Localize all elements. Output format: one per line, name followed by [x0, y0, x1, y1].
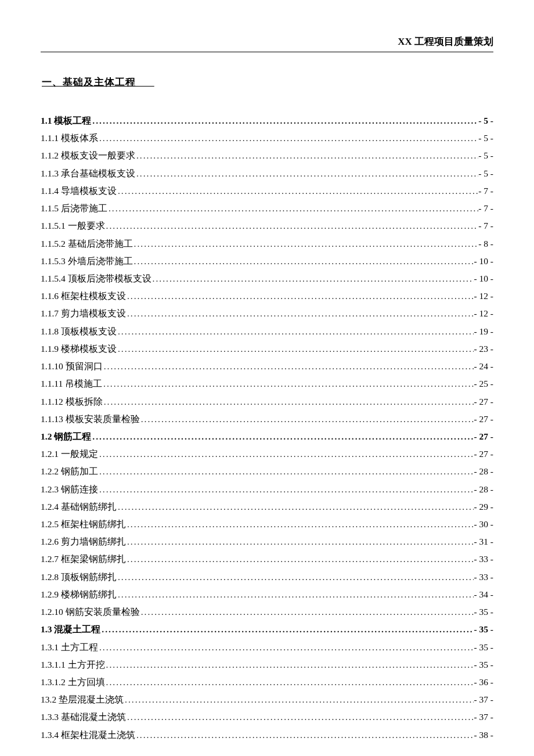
toc-leader-dots: ........................................…	[126, 287, 474, 305]
toc-leader-dots: ........................................…	[105, 674, 474, 691]
toc-entry: 1.3.4 框架柱混凝土浇筑..........................…	[41, 726, 493, 744]
header-title: XX 工程项目质量策划	[398, 36, 493, 47]
toc-entry-label: 1.3 混凝土工程	[41, 621, 100, 638]
toc-entry-page: - 27 -	[474, 411, 493, 428]
toc-entry-page: - 35 -	[474, 639, 493, 656]
toc-entry-page: - 33 -	[474, 568, 493, 586]
toc-entry-label: 1.3.1 土方工程	[41, 639, 98, 656]
toc-entry: 1.1 模板工程................................…	[41, 112, 493, 129]
toc-entry-page: - 7 -	[478, 217, 493, 235]
toc-entry: 1.3.1.2 土方回填............................…	[41, 674, 493, 691]
toc-entry-label: 1.2.10 钢筋安装质量检验	[41, 603, 140, 621]
table-of-contents: 1.1 模板工程................................…	[41, 112, 493, 744]
section-title: 一、基础及主体工程	[41, 75, 493, 89]
toc-leader-dots: ........................................…	[117, 182, 478, 200]
toc-entry-label: 1.2.3 钢筋连接	[41, 481, 98, 498]
toc-entry-label: 1.2.8 顶板钢筋绑扎	[41, 568, 117, 586]
toc-entry-page: - 5 -	[478, 112, 493, 129]
toc-entry-label: 1.1.4 导墙模板支设	[41, 182, 117, 200]
toc-entry-label: 1.3.4 框架柱混凝土浇筑	[41, 726, 135, 744]
toc-entry: 1.1.10 预留洞口.............................…	[41, 358, 493, 375]
toc-entry: 1.1.5.3 外墙后浇带施工.........................…	[41, 253, 493, 270]
toc-entry-label: 1.3.3 基础混凝土浇筑	[41, 708, 126, 726]
toc-entry-label: 1.2.6 剪力墙钢筋绑扎	[41, 533, 126, 550]
toc-entry: 1.1.5.4 顶板后浇带模板支设.......................…	[41, 270, 493, 287]
toc-entry-label: 1.2.9 楼梯钢筋绑扎	[41, 586, 117, 603]
toc-entry-page: - 5 -	[478, 147, 493, 164]
toc-leader-dots: ........................................…	[133, 235, 479, 253]
toc-leader-dots: ........................................…	[117, 323, 474, 340]
toc-entry-label: 1.1.5.3 外墙后浇带施工	[41, 253, 133, 270]
toc-entry-page: - 12 -	[474, 287, 493, 305]
toc-leader-dots: ........................................…	[126, 708, 474, 726]
toc-leader-dots: ........................................…	[135, 165, 478, 182]
toc-entry: 1.3 混凝土工程...............................…	[41, 621, 493, 638]
toc-entry: 1.1.5 后浇带施工.............................…	[41, 200, 493, 217]
toc-leader-dots: ........................................…	[133, 253, 474, 270]
toc-entry-page: - 23 -	[474, 340, 493, 358]
toc-entry: 1.3.3 基础混凝土浇筑...........................…	[41, 708, 493, 726]
toc-entry-label: 1.1.11 吊模施工	[41, 375, 102, 393]
toc-entry-label: 1.1.5.4 顶板后浇带模板支设	[41, 270, 151, 287]
toc-entry-page: - 10 -	[474, 253, 493, 270]
toc-leader-dots: ........................................…	[126, 516, 474, 533]
toc-entry-page: - 37 -	[474, 691, 493, 708]
toc-entry: 1.1.4 导墙模板支设............................…	[41, 182, 493, 200]
toc-entry-label: 1.1.5 后浇带施工	[41, 200, 107, 217]
toc-entry: 1.1.5.1 一般要求............................…	[41, 217, 493, 235]
toc-entry: 1.1.1 模板体系..............................…	[41, 129, 493, 147]
toc-entry-page: - 29 -	[474, 498, 493, 516]
toc-entry-label: 1.1.12 模板拆除	[41, 393, 103, 411]
toc-entry-page: - 36 -	[474, 674, 493, 691]
toc-entry-page: - 7 -	[478, 200, 493, 217]
toc-entry-label: 13.2 垫层混凝土浇筑	[41, 691, 124, 708]
toc-entry: 1.2.8 顶板钢筋绑扎............................…	[41, 568, 493, 586]
toc-entry: 1.2 钢筋工程................................…	[41, 428, 493, 445]
toc-entry-page: - 12 -	[474, 305, 493, 322]
toc-entry-page: - 34 -	[474, 586, 493, 603]
toc-leader-dots: ........................................…	[117, 568, 474, 586]
toc-leader-dots: ........................................…	[124, 691, 474, 708]
toc-entry: 1.1.3 承台基础模板支设..........................…	[41, 165, 493, 182]
toc-leader-dots: ........................................…	[98, 481, 474, 498]
toc-leader-dots: ........................................…	[140, 411, 474, 428]
toc-entry-label: 1.1.1 模板体系	[41, 129, 98, 147]
toc-leader-dots: ........................................…	[126, 305, 474, 322]
toc-entry-label: 1.2.7 框架梁钢筋绑扎	[41, 550, 126, 568]
toc-entry: 1.1.13 模板安装质量检验.........................…	[41, 411, 493, 428]
toc-entry-label: 1.3.1.2 土方回填	[41, 674, 105, 691]
toc-entry-page: - 24 -	[474, 358, 493, 375]
toc-entry-page: - 10 -	[474, 270, 493, 287]
toc-entry-page: - 27 -	[474, 393, 493, 411]
toc-leader-dots: ........................................…	[102, 375, 474, 393]
toc-entry: 1.2.7 框架梁钢筋绑扎...........................…	[41, 550, 493, 568]
toc-entry-label: 1.1.7 剪力墙模板支设	[41, 305, 126, 322]
toc-entry-label: 1.1.5.1 一般要求	[41, 217, 105, 235]
toc-entry: 1.1.7 剪力墙模板支设...........................…	[41, 305, 493, 322]
toc-entry-page: - 35 -	[474, 621, 493, 638]
toc-entry-label: 1.1.2 模板支设一般要求	[41, 147, 135, 164]
toc-entry: 1.1.2 模板支设一般要求..........................…	[41, 147, 493, 164]
toc-entry-label: 1.1.13 模板安装质量检验	[41, 411, 140, 428]
toc-leader-dots: ........................................…	[117, 340, 474, 358]
toc-entry-page: - 28 -	[474, 463, 493, 480]
toc-entry-label: 1.2.5 框架柱钢筋绑扎	[41, 516, 126, 533]
toc-entry: 1.2.1 一般规定..............................…	[41, 445, 493, 463]
toc-entry: 1.2.2 钢筋加工..............................…	[41, 463, 493, 480]
toc-entry-label: 1.1.3 承台基础模板支设	[41, 165, 135, 182]
toc-leader-dots: ........................................…	[105, 656, 474, 674]
toc-entry-page: - 35 -	[474, 603, 493, 621]
toc-entry-page: - 33 -	[474, 550, 493, 568]
toc-leader-dots: ........................................…	[91, 112, 478, 129]
toc-leader-dots: ........................................…	[135, 726, 474, 744]
toc-leader-dots: ........................................…	[103, 358, 474, 375]
toc-entry-page: - 25 -	[474, 375, 493, 393]
toc-entry: 13.2 垫层混凝土浇筑............................…	[41, 691, 493, 708]
toc-leader-dots: ........................................…	[117, 498, 474, 516]
toc-entry-page: - 30 -	[474, 516, 493, 533]
toc-entry-page: - 27 -	[474, 428, 493, 445]
toc-entry-label: 1.3.1.1 土方开挖	[41, 656, 105, 674]
toc-entry-label: 1.1 模板工程	[41, 112, 91, 129]
toc-leader-dots: ........................................…	[98, 639, 474, 656]
toc-entry-page: - 31 -	[474, 533, 493, 550]
